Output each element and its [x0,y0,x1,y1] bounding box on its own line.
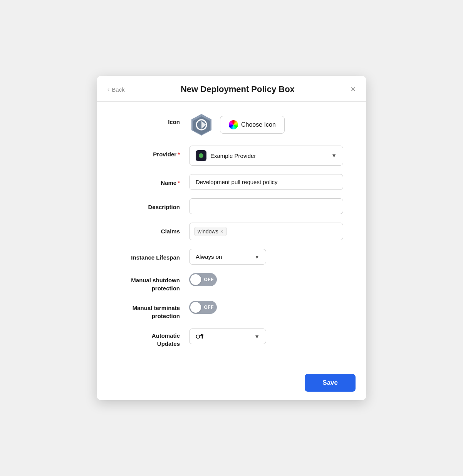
claims-tag-remove[interactable]: × [220,229,223,234]
manual-shutdown-toggle[interactable]: OFF [189,273,217,286]
instance-lifespan-value: Always on [196,253,222,260]
name-required-star: * [178,179,180,186]
manual-shutdown-control: OFF [189,273,343,286]
description-row: Description [120,198,343,214]
claims-tag-windows: windows × [194,227,227,236]
provider-required-star: * [178,151,180,158]
provider-chevron-icon: ▼ [331,153,337,159]
back-button[interactable]: ‹ Back [107,86,125,93]
modal-container: ‹ Back New Deployment Policy Box × Icon [97,76,366,400]
icon-label-wrap: Icon [120,112,189,125]
provider-select[interactable]: Example Provider ▼ [189,146,343,166]
description-input[interactable] [189,198,343,214]
modal-header: ‹ Back New Deployment Policy Box × [97,76,366,102]
icon-label: Icon [120,112,189,125]
manual-shutdown-toggle-label: OFF [204,277,214,282]
name-label-wrap: Name* [120,174,189,186]
provider-row: Provider* Example Provider ▼ [120,146,343,166]
close-button[interactable]: × [351,85,356,94]
claims-control: windows × [189,223,343,240]
claims-row: Claims windows × [120,223,343,240]
manual-terminate-control: OFF [189,301,343,314]
description-label: Description [120,198,189,210]
color-wheel-icon [229,120,238,129]
manual-shutdown-label-wrap: Manual shutdown protection [120,273,189,292]
save-label: Save [322,379,338,386]
manual-terminate-row: Manual terminate protection OFF [120,301,343,320]
icon-row: Icon Choose Icon [120,112,343,137]
provider-value: Example Provider [210,153,256,159]
modal-body: Icon Choose Icon Provider* [97,102,366,367]
instance-lifespan-chevron-icon: ▼ [254,254,260,260]
name-row: Name* [120,174,343,190]
manual-shutdown-row: Manual shutdown protection OFF [120,273,343,292]
icon-control: Choose Icon [189,112,343,137]
automatic-updates-value: Off [196,333,203,340]
automatic-updates-label-wrap: Automatic Updates [120,329,189,348]
manual-terminate-label-wrap: Manual terminate protection [120,301,189,320]
provider-label-wrap: Provider* [120,146,189,158]
close-icon: × [351,84,356,94]
name-label: Name* [120,174,189,186]
provider-dot-icon [199,153,203,158]
name-control [189,174,343,190]
hex-icon [189,112,214,137]
provider-icon [196,150,206,161]
chevron-left-icon: ‹ [107,86,109,93]
automatic-updates-row: Automatic Updates Off ▼ [120,329,343,348]
automatic-updates-label: Automatic Updates [120,329,189,348]
manual-terminate-toggle-knob [190,302,201,313]
modal-title: New Deployment Policy Box [125,84,351,94]
claims-label-wrap: Claims [120,223,189,235]
manual-terminate-toggle-label: OFF [204,305,214,310]
provider-label: Provider* [120,146,189,158]
manual-terminate-label: Manual terminate protection [120,301,189,320]
manual-shutdown-toggle-knob [190,274,201,285]
description-control [189,198,343,214]
manual-terminate-toggle[interactable]: OFF [189,301,217,314]
modal-footer: Save [97,367,366,400]
back-label: Back [112,86,124,93]
claims-input-wrap[interactable]: windows × [189,223,343,240]
instance-lifespan-control: Always on ▼ [189,249,343,265]
instance-lifespan-select[interactable]: Always on ▼ [189,249,266,265]
automatic-updates-control: Off ▼ [189,329,343,344]
provider-select-inner: Example Provider [196,150,256,161]
name-input[interactable] [189,174,343,190]
choose-icon-button[interactable]: Choose Icon [220,116,285,134]
instance-lifespan-row: Instance Lifespan Always on ▼ [120,249,343,265]
automatic-updates-select[interactable]: Off ▼ [189,329,266,344]
claims-tag-label: windows [198,228,218,235]
instance-lifespan-label: Instance Lifespan [120,249,189,261]
manual-shutdown-label: Manual shutdown protection [120,273,189,292]
provider-control: Example Provider ▼ [189,146,343,166]
save-button[interactable]: Save [305,374,356,392]
claims-label: Claims [120,223,189,235]
instance-lifespan-label-wrap: Instance Lifespan [120,249,189,261]
choose-icon-label: Choose Icon [241,121,276,128]
automatic-updates-chevron-icon: ▼ [254,334,260,340]
description-label-wrap: Description [120,198,189,210]
